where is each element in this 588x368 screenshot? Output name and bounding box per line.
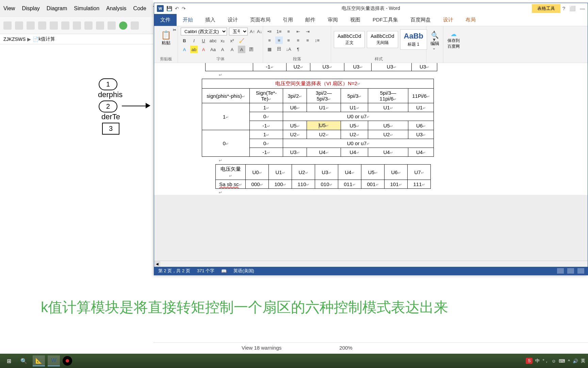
- subscript-button[interactable]: x₂: [219, 37, 226, 44]
- style-normal[interactable]: AaBbCcDd 正文: [334, 31, 365, 48]
- warnings-link[interactable]: View 18 warnings: [242, 345, 281, 351]
- tool-pause-icon[interactable]: [108, 21, 116, 30]
- italic-button[interactable]: I: [190, 37, 198, 44]
- tool-grid2-icon[interactable]: [73, 21, 81, 30]
- char-shading-icon[interactable]: A: [238, 46, 245, 53]
- grow-font2-icon[interactable]: A: [219, 46, 226, 53]
- undo-icon[interactable]: ↶: [175, 6, 179, 11]
- tray-expand-icon[interactable]: ^: [568, 358, 570, 364]
- distributed-icon[interactable]: ≡: [304, 36, 311, 44]
- clear-format-icon[interactable]: 🧹: [238, 37, 245, 44]
- show-marks-icon[interactable]: ¶: [294, 45, 302, 53]
- bullets-icon[interactable]: •≡: [266, 28, 273, 35]
- redo-icon[interactable]: ↷: [182, 6, 186, 11]
- tool-grid1-icon[interactable]: [61, 21, 69, 30]
- save-icon[interactable]: 💾: [166, 6, 172, 11]
- char-border-icon[interactable]: 囲: [247, 46, 255, 53]
- borders-icon[interactable]: 田: [275, 45, 283, 53]
- find-icon[interactable]: 🔍: [429, 32, 440, 39]
- active-cell[interactable]: U5↵: [307, 121, 341, 130]
- grow-font-icon[interactable]: A↑: [250, 28, 255, 35]
- menu-analysis[interactable]: Analysis: [106, 5, 127, 12]
- tab-file[interactable]: 文件: [154, 14, 177, 26]
- ime-lang[interactable]: 中: [535, 358, 540, 364]
- shading-icon[interactable]: ▦: [266, 45, 273, 53]
- menu-view[interactable]: View: [3, 5, 15, 12]
- strike-button[interactable]: abc: [209, 37, 217, 44]
- numbering-icon[interactable]: 1≡: [275, 28, 283, 35]
- tool-up-icon[interactable]: [50, 21, 58, 30]
- word-count[interactable]: 371 个字: [197, 268, 214, 274]
- tab-design[interactable]: 设计: [222, 14, 244, 26]
- read-mode-icon[interactable]: [557, 268, 564, 274]
- menu-diagram[interactable]: Diagram: [47, 5, 67, 12]
- volume-icon[interactable]: 🔊: [573, 358, 578, 364]
- tool-step-icon[interactable]: [96, 21, 104, 30]
- page-info[interactable]: 第 2 页，共 2 页: [158, 268, 190, 274]
- underline-button[interactable]: U: [200, 37, 207, 44]
- constant-3[interactable]: 3: [102, 123, 119, 135]
- tab-insert[interactable]: 插入: [199, 14, 222, 26]
- record-button[interactable]: [63, 356, 72, 366]
- tool-save2-icon[interactable]: [15, 21, 23, 30]
- change-case-icon[interactable]: Aa: [209, 46, 217, 53]
- inport-2[interactable]: 2: [99, 101, 117, 112]
- tab-references[interactable]: 引用: [277, 14, 299, 26]
- ime-keyboard-icon[interactable]: ⌨: [559, 358, 565, 364]
- tab-table-layout[interactable]: 布局: [459, 14, 482, 26]
- align-right-icon[interactable]: ≡: [285, 36, 292, 44]
- indent-icon[interactable]: ⇥: [304, 28, 311, 35]
- text-effect-icon[interactable]: A: [181, 46, 188, 53]
- superscript-button[interactable]: x²: [228, 37, 236, 44]
- highlight-icon[interactable]: ab: [190, 46, 198, 53]
- tab-layout[interactable]: 页面布局: [244, 14, 277, 26]
- tab-table-design[interactable]: 设计: [437, 14, 459, 26]
- word-taskbar-icon[interactable]: W: [48, 355, 60, 366]
- font-name-select[interactable]: Calibri (西文正文): [181, 28, 227, 35]
- style-heading1[interactable]: AaBb 标题 1: [400, 29, 427, 50]
- simulink-canvas[interactable]: 1 derphis 2 derTe 3: [0, 44, 153, 368]
- outdent-icon[interactable]: ⇤: [294, 28, 302, 35]
- tool-run-icon[interactable]: [119, 21, 127, 30]
- tab-home[interactable]: 开始: [177, 14, 199, 26]
- font-size-select[interactable]: 五号: [229, 28, 248, 35]
- tab-pdf[interactable]: PDF工具集: [366, 14, 404, 26]
- ime-punct-icon[interactable]: °，: [542, 358, 549, 364]
- font-color-icon[interactable]: A: [200, 46, 207, 53]
- menu-simulation[interactable]: Simulation: [74, 5, 99, 12]
- baidu-save-icon[interactable]: ☁: [446, 30, 461, 38]
- line-spacing-icon[interactable]: ↕≡: [313, 36, 321, 44]
- tab-view[interactable]: 视图: [344, 14, 366, 26]
- cut-icon[interactable]: ✂: [173, 28, 176, 32]
- language[interactable]: 英语(美国): [233, 268, 254, 274]
- minimize-icon[interactable]: —: [580, 5, 585, 12]
- ribbon-opts-icon[interactable]: ⬜: [569, 5, 576, 12]
- horizontal-scrollbar[interactable]: ◀: [154, 261, 588, 267]
- tab-baidu[interactable]: 百度网盘: [404, 14, 437, 26]
- tool-grid3-icon[interactable]: [84, 21, 93, 30]
- zoom-level[interactable]: 200%: [339, 345, 352, 351]
- tool-stepfwd-icon[interactable]: [131, 21, 139, 30]
- style-nospacing[interactable]: AaBbCcDd 无间隔: [367, 31, 398, 48]
- scroll-left-icon[interactable]: ◀: [154, 261, 160, 267]
- shrink-font2-icon[interactable]: A: [228, 46, 236, 53]
- web-layout-icon[interactable]: [577, 268, 584, 274]
- ime-icon[interactable]: S: [526, 358, 533, 364]
- breadcrumb-parent[interactable]: ZJKZSWS: [3, 36, 26, 42]
- bold-button[interactable]: B: [181, 37, 188, 44]
- inport-1[interactable]: 1: [99, 78, 117, 90]
- matlab-taskbar-icon[interactable]: 📐: [33, 355, 45, 366]
- tool-back-icon[interactable]: [27, 21, 35, 30]
- align-left-icon[interactable]: ≡: [266, 36, 273, 44]
- tab-mailings[interactable]: 邮件: [299, 14, 322, 26]
- justify-icon[interactable]: ≡: [294, 36, 302, 44]
- start-button[interactable]: ⊞: [3, 355, 15, 366]
- ime-emoji-icon[interactable]: ☺: [552, 358, 556, 364]
- ime-lang2[interactable]: 英: [581, 358, 585, 364]
- align-center-icon[interactable]: ≡: [275, 36, 283, 44]
- sort-icon[interactable]: ↓A: [285, 45, 292, 53]
- menu-code[interactable]: Code: [133, 5, 146, 12]
- paste-icon[interactable]: 📋: [157, 30, 175, 40]
- print-layout-icon[interactable]: [567, 268, 574, 274]
- breadcrumb-current[interactable]: k值计算: [38, 36, 55, 42]
